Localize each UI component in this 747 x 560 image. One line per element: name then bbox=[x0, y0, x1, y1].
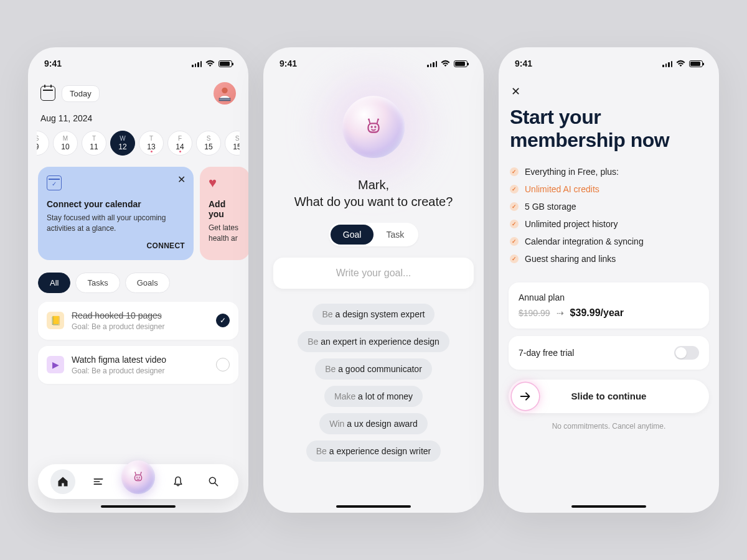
plan-card[interactable]: Annual plan $190.99 ⇢ $39.99/year bbox=[509, 282, 709, 329]
svg-point-16 bbox=[377, 119, 379, 121]
health-card[interactable]: ♥ Add you Get lates health ar bbox=[200, 167, 248, 260]
arrow-icon: ⇢ bbox=[557, 308, 564, 318]
suggestion-chip[interactable]: Be an expert in experience design bbox=[298, 331, 449, 352]
nav-notifications[interactable] bbox=[166, 469, 190, 494]
suggestions: Be a design system expert Be an expert i… bbox=[273, 304, 474, 462]
task-subtitle: Goal: Be a product designer bbox=[72, 366, 209, 375]
suggestion-chip[interactable]: Be a good communicator bbox=[315, 358, 432, 380]
check-icon: ✓ bbox=[510, 202, 519, 211]
svg-point-5 bbox=[134, 472, 136, 473]
svg-point-7 bbox=[141, 472, 142, 473]
trial-toggle[interactable] bbox=[674, 346, 699, 360]
nav-search[interactable] bbox=[201, 469, 226, 494]
mode-toggle[interactable]: Goal Task bbox=[329, 223, 418, 246]
status-bar: 9:41 bbox=[273, 56, 474, 71]
avatar-icon bbox=[216, 85, 233, 102]
ai-orb bbox=[342, 96, 405, 158]
connect-button[interactable]: CONNECT bbox=[47, 241, 185, 250]
mode-task[interactable]: Task bbox=[374, 225, 416, 245]
svg-point-2 bbox=[136, 477, 138, 478]
svg-line-15 bbox=[377, 120, 378, 124]
svg-point-0 bbox=[222, 88, 227, 93]
nav-menu[interactable] bbox=[86, 469, 111, 494]
task-row[interactable]: ▶ Watch figma latest video Goal: Be a pr… bbox=[38, 346, 238, 384]
day-chip[interactable]: M10 bbox=[53, 131, 78, 156]
card-title: Connect your calendar bbox=[47, 199, 185, 209]
home-indicator[interactable] bbox=[336, 505, 411, 508]
check-icon: ✓ bbox=[510, 254, 519, 263]
status-icons bbox=[427, 58, 467, 69]
card-body: Get lates health ar bbox=[209, 223, 241, 244]
task-title: Read hooked 10 pages bbox=[72, 310, 209, 320]
home-screen: 9:41 Today Aug 11, 2024 S9 M10 T11 W12 T… bbox=[28, 47, 248, 513]
price-row: $190.99 ⇢ $39.99/year bbox=[519, 307, 699, 319]
today-button[interactable]: Today bbox=[62, 85, 100, 102]
day-chip[interactable]: S9 bbox=[37, 131, 49, 156]
day-chip[interactable]: T11 bbox=[82, 131, 106, 156]
check-icon: ✓ bbox=[510, 237, 519, 246]
suggestion-chip[interactable]: Make a lot of money bbox=[324, 386, 423, 407]
task-row[interactable]: 📒 Read hooked 10 pages Goal: Be a produc… bbox=[38, 302, 238, 340]
day-chip[interactable]: S15 bbox=[225, 131, 240, 156]
greeting: Mark, What do you want to create? bbox=[294, 177, 453, 210]
svg-point-12 bbox=[374, 126, 376, 128]
new-price: $39.99/year bbox=[570, 307, 624, 319]
wifi-icon bbox=[205, 58, 215, 69]
card-title: Add you bbox=[209, 199, 241, 219]
status-time: 9:41 bbox=[44, 58, 62, 68]
battery-icon bbox=[218, 60, 232, 67]
filter-all[interactable]: All bbox=[38, 273, 70, 293]
perk-item: ✓Unlimited project history bbox=[510, 219, 708, 229]
avatar[interactable] bbox=[214, 82, 236, 105]
task-checkbox[interactable] bbox=[216, 358, 230, 371]
connect-calendar-card[interactable]: ✕ Connect your calendar Stay focused wit… bbox=[38, 167, 194, 260]
cellular-icon bbox=[192, 60, 202, 67]
task-title: Watch figma latest video bbox=[72, 355, 209, 365]
check-icon: ✓ bbox=[510, 167, 519, 176]
status-bar: 9:41 bbox=[509, 56, 709, 71]
close-button[interactable]: ✕ bbox=[511, 85, 526, 98]
goal-input[interactable]: Write your goal... bbox=[273, 258, 474, 289]
nav-home[interactable] bbox=[50, 469, 75, 494]
day-chip[interactable]: S15 bbox=[196, 131, 221, 156]
day-chip[interactable]: F14 bbox=[167, 131, 192, 156]
perk-item: ✓Everything in Free, plus: bbox=[510, 167, 708, 177]
slide-to-continue[interactable]: Slide to continue bbox=[509, 380, 709, 413]
task-checkbox[interactable]: ✓ bbox=[216, 314, 230, 327]
mode-goal[interactable]: Goal bbox=[331, 225, 374, 245]
perk-item: ✓5 GB storage bbox=[510, 202, 708, 212]
filter-goals[interactable]: Goals bbox=[125, 273, 170, 293]
home-indicator[interactable] bbox=[571, 505, 646, 508]
svg-point-3 bbox=[139, 477, 140, 478]
week-strip[interactable]: S9 M10 T11 W12 T13 F14 S15 S15 bbox=[37, 131, 240, 156]
svg-point-14 bbox=[368, 119, 370, 121]
svg-line-13 bbox=[369, 120, 370, 124]
svg-point-8 bbox=[209, 477, 215, 483]
status-icons bbox=[192, 58, 232, 69]
suggestion-chip[interactable]: Be a design system expert bbox=[312, 304, 435, 325]
calendar-icon[interactable] bbox=[40, 86, 55, 101]
wifi-icon bbox=[676, 58, 685, 69]
video-icon: ▶ bbox=[47, 356, 64, 373]
home-icon bbox=[57, 475, 69, 488]
date-label: Aug 11, 2024 bbox=[40, 113, 236, 123]
day-chip[interactable]: T13 bbox=[139, 131, 164, 156]
filter-row: All Tasks Goals bbox=[38, 273, 238, 293]
close-icon[interactable]: ✕ bbox=[175, 173, 187, 185]
robot-icon bbox=[131, 470, 145, 484]
ai-button[interactable] bbox=[121, 460, 155, 494]
suggestion-chip[interactable]: Be a experience design writer bbox=[306, 441, 441, 462]
calendar-check-icon bbox=[47, 175, 62, 190]
home-indicator[interactable] bbox=[101, 505, 176, 508]
heart-icon: ♥ bbox=[209, 175, 223, 190]
suggestion-chip[interactable]: Win a ux design award bbox=[319, 413, 428, 434]
filter-tasks[interactable]: Tasks bbox=[75, 273, 120, 293]
cellular-icon bbox=[662, 60, 672, 67]
menu-icon bbox=[92, 475, 105, 488]
old-price: $190.99 bbox=[519, 308, 550, 318]
battery-icon bbox=[454, 60, 467, 67]
day-chip-selected[interactable]: W12 bbox=[110, 131, 135, 156]
svg-rect-10 bbox=[369, 123, 379, 132]
membership-screen: 9:41 ✕ Start your membership now ✓Everyt… bbox=[499, 47, 719, 513]
bell-icon bbox=[172, 475, 184, 488]
